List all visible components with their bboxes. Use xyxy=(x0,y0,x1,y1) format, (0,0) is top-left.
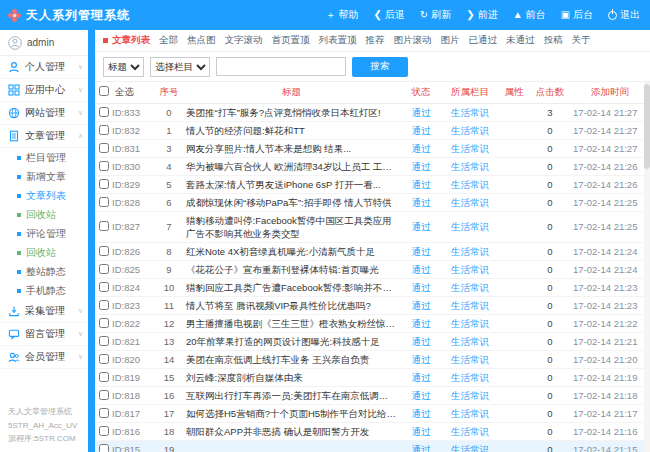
row-title[interactable]: 网友分享照片:情人节本来是想购 结果... xyxy=(183,139,400,157)
row-checkbox[interactable] xyxy=(99,444,109,452)
search-input[interactable] xyxy=(216,57,346,76)
row-title[interactable]: 刘云峰:深度剖析自媒体由来 xyxy=(183,368,400,386)
row-status[interactable]: 通过 xyxy=(400,211,442,242)
row-checkbox[interactable] xyxy=(99,390,109,400)
table-row[interactable]: ID:8211320年前苹果打造的网页设计图曝光:科技感十足通过生活常识017-… xyxy=(95,332,650,350)
row-title[interactable]: 20年前苹果打造的网页设计图曝光:科技感十足 xyxy=(183,332,400,350)
table-row[interactable]: ID:8259《花花公子》宣布重新刊登裸体特辑:首页曝光通过生活常识017-02… xyxy=(95,260,650,278)
help-button[interactable]: ＋帮助 xyxy=(325,8,358,22)
table-row[interactable]: ID:8295套路太深:情人节男友送iPhone 6sP 打开一看...通过生活… xyxy=(95,175,650,193)
row-category[interactable]: 生活常识 xyxy=(442,314,498,332)
table-row[interactable]: ID:82410猎豹回应工具类广告遭Facebook暂停:影响并不明显有限通过生… xyxy=(95,278,650,296)
tab-link[interactable]: 未通过 xyxy=(506,34,535,47)
row-category[interactable]: 生活常识 xyxy=(442,103,498,121)
row-checkbox[interactable] xyxy=(99,107,109,117)
sidebar-item-articles[interactable]: 文章管理∧ xyxy=(0,125,88,148)
row-category[interactable]: 生活常识 xyxy=(442,139,498,157)
row-title[interactable]: … xyxy=(183,440,400,452)
row-title[interactable]: 美团推“打车”服务?点评竟悄悄收录日本红灯区! xyxy=(183,103,400,121)
back-site-button[interactable]: ▣后台 xyxy=(561,8,593,22)
table-row[interactable]: ID:8313网友分享照片:情人节本来是想购 结果...通过生活常识017-02… xyxy=(95,139,650,157)
search-field-select[interactable]: 标题 xyxy=(103,57,144,77)
sidebar-item-apps[interactable]: 应用中心∨ xyxy=(0,79,88,102)
row-status[interactable]: 通过 xyxy=(400,260,442,278)
row-category[interactable]: 生活常识 xyxy=(442,157,498,175)
back-button[interactable]: ❮后退 xyxy=(373,8,404,22)
row-checkbox[interactable] xyxy=(99,161,109,171)
sidebar-subitem[interactable]: 新增文章 xyxy=(0,167,88,186)
row-status[interactable]: 通过 xyxy=(400,175,442,193)
row-category[interactable]: 生活常识 xyxy=(442,278,498,296)
row-status[interactable]: 通过 xyxy=(400,422,442,440)
table-row[interactable]: ID:82014美团在南京低调上线打车业务 王兴亲自负责通过生活常识017-02… xyxy=(95,350,650,368)
row-status[interactable]: 通过 xyxy=(400,296,442,314)
row-checkbox[interactable] xyxy=(99,221,109,231)
sidebar-item-messages[interactable]: 留言管理∨ xyxy=(0,323,88,346)
row-category[interactable]: 生活常识 xyxy=(442,404,498,422)
row-category[interactable]: 生活常识 xyxy=(442,242,498,260)
row-status[interactable]: 通过 xyxy=(400,368,442,386)
row-status[interactable]: 通过 xyxy=(400,139,442,157)
row-title[interactable]: 情人节的经济问题:鲜花和TT xyxy=(183,121,400,139)
scrollbar-thumb[interactable] xyxy=(644,84,650,169)
search-button[interactable]: 搜索 xyxy=(352,57,408,77)
row-status[interactable]: 通过 xyxy=(400,440,442,452)
tab-link[interactable]: 关于 xyxy=(572,34,591,47)
table-row[interactable]: ID:81618朝阳群众APP并非恶搞 确认是朝阳警方开发通过生活常识017-0… xyxy=(95,422,650,440)
row-checkbox[interactable] xyxy=(99,300,109,310)
table-row[interactable]: ID:81816互联网出行打车再添一员:美团打车在南京低调试行通过生活常识017… xyxy=(95,386,650,404)
table-row[interactable]: ID:81717如何选择H5营销商?十个页面H5制作平台对比给参考通过生活常识0… xyxy=(95,404,650,422)
row-title[interactable]: 情人节将至 腾讯视频VIP最具性价比优惠吗? xyxy=(183,296,400,314)
sidebar-subitem[interactable]: 整站静态 xyxy=(0,262,88,281)
table-row[interactable]: ID:8268红米Note 4X初音绿真机曝光:小清新气质十足通过生活常识017… xyxy=(95,242,650,260)
tab-link[interactable]: 列表置顶 xyxy=(319,34,357,47)
table-row[interactable]: ID:81915刘云峰:深度剖析自媒体由来通过生活常识017-02-14 21:… xyxy=(95,368,650,386)
table-row[interactable]: ID:81519…通过生活常识017-02-14 21:15 xyxy=(95,440,650,452)
row-checkbox[interactable] xyxy=(99,246,109,256)
table-row[interactable]: ID:8321情人节的经济问题:鲜花和TT通过生活常识017-02-14 21:… xyxy=(95,121,650,139)
row-checkbox[interactable] xyxy=(99,426,109,436)
row-title[interactable]: 猎豹回应工具类广告遭Facebook暂停:影响并不明显有限 xyxy=(183,278,400,296)
row-status[interactable]: 通过 xyxy=(400,332,442,350)
table-row[interactable]: ID:82212男主播擅播电视剧《三生三世》橙衣熟女粉丝惊动观众通过生活常识01… xyxy=(95,314,650,332)
tab-link[interactable]: 投稿 xyxy=(544,34,563,47)
row-category[interactable]: 生活常识 xyxy=(442,332,498,350)
row-title[interactable]: 红米Note 4X初音绿真机曝光:小清新气质十足 xyxy=(183,242,400,260)
sidebar-subitem[interactable]: 回收站 xyxy=(0,205,88,224)
sidebar-subitem[interactable]: 文章列表 xyxy=(0,186,88,205)
forward-button[interactable]: ❯前进 xyxy=(466,8,497,22)
row-checkbox[interactable] xyxy=(99,282,109,292)
user-account[interactable]: admin xyxy=(0,30,88,56)
row-status[interactable]: 通过 xyxy=(400,242,442,260)
row-category[interactable]: 生活常识 xyxy=(442,368,498,386)
tab-link[interactable]: 首页置顶 xyxy=(272,34,310,47)
tab-link[interactable]: 图片滚动 xyxy=(394,34,432,47)
sidebar-item-members[interactable]: 会员管理∨ xyxy=(0,346,88,369)
row-title[interactable]: 套路太深:情人节男友送iPhone 6sP 打开一看... xyxy=(183,175,400,193)
row-title[interactable]: 美团在南京低调上线打车业务 王兴亲自负责 xyxy=(183,350,400,368)
row-title[interactable]: 猎豹移动遭叫停:Facebook暂停中国区工具类应用广告不影响其他业务类交型 xyxy=(183,211,400,242)
sidebar-subitem[interactable]: 栏目管理 xyxy=(0,148,88,167)
row-category[interactable]: 生活常识 xyxy=(442,350,498,368)
refresh-button[interactable]: ↻刷新 xyxy=(420,8,451,22)
row-checkbox[interactable] xyxy=(99,318,109,328)
table-row[interactable]: ID:8304华为被曝六百合伙人 欧洲清理34岁以上员工 工资薄返首通过生活常识… xyxy=(95,157,650,175)
logout-button[interactable]: 退出 xyxy=(608,8,640,22)
row-status[interactable]: 通过 xyxy=(400,157,442,175)
row-title[interactable]: 男主播擅播电视剧《三生三世》橙衣熟女粉丝惊动观众 xyxy=(183,314,400,332)
row-status[interactable]: 通过 xyxy=(400,314,442,332)
row-status[interactable]: 通过 xyxy=(400,404,442,422)
sidebar-subitem[interactable]: 手机静态 xyxy=(0,281,88,300)
row-checkbox[interactable] xyxy=(99,125,109,135)
row-title[interactable]: 朝阳群众APP并非恶搞 确认是朝阳警方开发 xyxy=(183,422,400,440)
row-checkbox[interactable] xyxy=(99,336,109,346)
row-status[interactable]: 通过 xyxy=(400,350,442,368)
row-checkbox[interactable] xyxy=(99,264,109,274)
select-all-checkbox[interactable] xyxy=(99,86,109,96)
row-checkbox[interactable] xyxy=(99,179,109,189)
row-checkbox[interactable] xyxy=(99,372,109,382)
sidebar-subitem[interactable]: 评论管理 xyxy=(0,224,88,243)
row-category[interactable]: 生活常识 xyxy=(442,260,498,278)
row-title[interactable]: 华为被曝六百合伙人 欧洲清理34岁以上员工 工资薄返首 xyxy=(183,157,400,175)
row-checkbox[interactable] xyxy=(99,408,109,418)
